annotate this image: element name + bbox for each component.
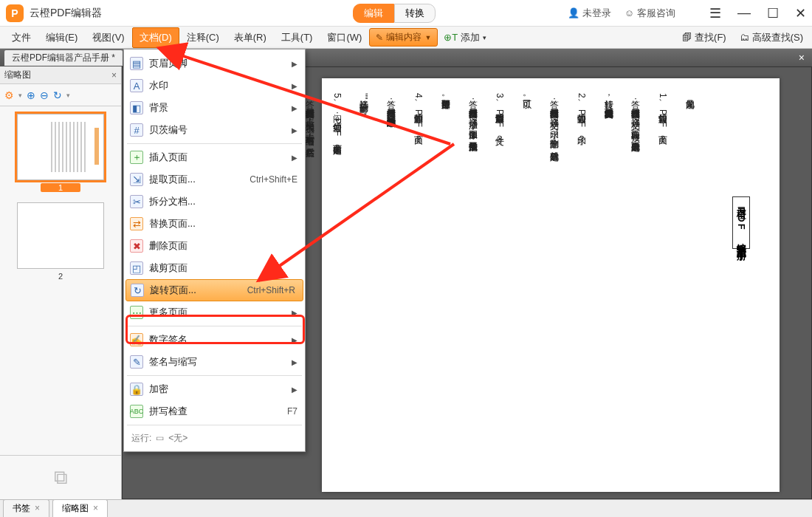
close-tab-icon[interactable]: ×	[799, 52, 808, 64]
menu-file[interactable]: 文件	[4, 27, 38, 48]
menu-window[interactable]: 窗口(W)	[320, 27, 369, 48]
menu-rotate-page[interactable]: ↻旋转页面...Ctrl+Shift+R	[125, 279, 303, 301]
menu-bates[interactable]: #贝茨编号▶	[124, 119, 305, 141]
chevron-down-icon: ▾	[483, 34, 486, 41]
chevron-right-icon: ▶	[292, 336, 297, 344]
zoom-in-icon[interactable]: ⊕	[27, 89, 35, 101]
run-value: <无>	[168, 432, 187, 445]
more-pages-icon: ⋯	[130, 306, 143, 319]
menu-extract-page[interactable]: ⇲提取页面...Ctrl+Shift+E	[124, 168, 305, 191]
find-button[interactable]: 🗐查找(F)	[678, 29, 731, 47]
page-text-line: 行旋转，对文档保存后就会保留文档页面旋转的结果。	[600, 93, 617, 477]
menu-tools[interactable]: 工具(T)	[274, 27, 320, 48]
copy-icon[interactable]: ⧉	[54, 466, 68, 489]
find-label: 查找(F)	[695, 31, 726, 44]
rotate-icon[interactable]: ↻	[53, 89, 62, 101]
chevron-right-icon: ▶	[292, 60, 297, 68]
bottom-tab-bookmarks[interactable]: 书签×	[3, 499, 49, 517]
find-icon: 🗐	[682, 32, 692, 43]
support-link[interactable]: ☺客服咨询	[625, 7, 675, 20]
bates-icon: #	[130, 123, 143, 137]
mode-tab-edit[interactable]: 编辑	[353, 4, 394, 23]
chevron-right-icon: ▶	[292, 309, 297, 317]
replace-page-icon: ⇄	[130, 217, 143, 230]
thumbnail-title: 缩略图	[4, 69, 31, 81]
menu-split-doc[interactable]: ✂拆分文档...	[124, 191, 305, 213]
edit-content-button[interactable]: ✎ 编辑内容 ▼	[369, 28, 438, 47]
bottom-tab-thumbs[interactable]: 缩略图×	[52, 499, 108, 517]
shortcut: F7	[287, 406, 297, 417]
menu-form[interactable]: 表单(R)	[227, 27, 274, 48]
thumbnail-page-2[interactable]: 2	[16, 202, 105, 281]
document-menu-dropdown: ▤页眉页脚▶ A水印▶ ◧背景▶ #贝茨编号▶ ＋插入页面▶ ⇲提取页面...C…	[123, 49, 306, 452]
title-right: 👤未登录 ☺客服咨询 ☰ — ☐ ✕	[568, 5, 806, 21]
minimize-button[interactable]: —	[737, 5, 751, 21]
support-label: 客服咨询	[637, 7, 675, 20]
menu-document[interactable]: 文档(D)	[132, 27, 179, 48]
menu-crop-page[interactable]: ◰裁剪页面	[124, 257, 305, 279]
rotate-page-icon: ↻	[131, 284, 144, 297]
page-text-line: 2、如何去除 PDF 水印？	[573, 93, 590, 477]
mode-tab-convert[interactable]: 转换	[394, 4, 436, 23]
page-body: 常见问题1、如何旋转 PDF 页面？答：用编辑器打开该文档，选择"文档"-"旋转…	[344, 93, 698, 477]
menu-annot[interactable]: 注释(C)	[179, 27, 227, 48]
smile-icon: ☺	[625, 7, 634, 18]
menu-sign-abbrev[interactable]: ✎签名与缩写▶	[124, 351, 305, 373]
spellcheck-icon: ABC	[130, 405, 143, 418]
page-text-line: 1、如何旋转 PDF 页面？	[654, 93, 671, 477]
close-icon[interactable]: ×	[93, 503, 98, 513]
user-icon: 👤	[568, 7, 579, 18]
login-link[interactable]: 👤未登录	[568, 7, 611, 20]
sign-abbrev-icon: ✎	[130, 355, 143, 369]
menu-watermark[interactable]: A水印▶	[124, 75, 305, 97]
zoom-out-icon[interactable]: ⊖	[40, 89, 49, 101]
thumbnail-close-icon[interactable]: ×	[111, 70, 117, 81]
app-logo: P	[6, 4, 24, 22]
menu-spellcheck[interactable]: ABC拼写检查F7	[124, 400, 305, 422]
menu-encrypt[interactable]: 🔒加密▶	[124, 378, 305, 400]
menu-header-footer[interactable]: ▤页眉页脚▶	[124, 52, 305, 75]
thumbnail-panel: 缩略图 × ⚙▾ ⊕ ⊖ ↻▾ 1 2 ⧉	[0, 66, 122, 499]
delete-page-icon: ✖	[130, 239, 143, 253]
thumbnail-list: 1 2	[0, 106, 121, 455]
crop-icon: ◰	[130, 261, 143, 275]
window-buttons: ☰ — ☐ ✕	[709, 5, 806, 21]
pdf-page: 云橙 PDF 编辑器产品手册 常见问题1、如何旋转 PDF 页面？答：用编辑器打…	[322, 78, 780, 492]
menu-replace-page[interactable]: ⇄替换页面...	[124, 213, 305, 235]
hamburger-icon[interactable]: ☰	[709, 5, 721, 21]
chevron-right-icon: ▶	[292, 358, 297, 366]
gear-icon[interactable]: ⚙	[4, 89, 14, 101]
menu-more-pages[interactable]: ⋯更多页面▶	[124, 301, 305, 323]
shortcut: Ctrl+Shift+R	[247, 285, 295, 295]
menu-insert-page[interactable]: ＋插入页面▶	[124, 146, 305, 168]
page-text-line: 答：用编辑器打开文档后，选择"添加"-"添加图像"，然后寻找需要添加的	[464, 93, 481, 477]
mode-tabs: 编辑 转换	[353, 4, 436, 23]
lock-icon: 🔒	[130, 383, 143, 396]
close-icon[interactable]: ×	[35, 503, 40, 513]
shortcut: Ctrl+Shift+E	[250, 174, 297, 185]
chevron-right-icon: ▶	[292, 104, 297, 112]
main-area: 缩略图 × ⚙▾ ⊕ ⊖ ↻▾ 1 2 ⧉ 云橙 PDF 编辑器产品手册 常见问…	[0, 66, 812, 499]
menu-background[interactable]: ◧背景▶	[124, 97, 305, 119]
menu-delete-page[interactable]: ✖删除页面	[124, 235, 305, 257]
maximize-button[interactable]: ☐	[767, 5, 779, 21]
thumbnail-page-1[interactable]: 1	[16, 114, 105, 192]
menu-edit[interactable]: 编辑(E)	[38, 27, 85, 48]
chevron-down-icon: ▼	[424, 34, 431, 41]
document-tab[interactable]: 云橙PDF编辑器产品手册 *	[4, 50, 123, 66]
header-footer-icon: ▤	[130, 57, 143, 70]
page-text-line: 答：用编辑器打开文档后，选择"文档"-"水印"-"全部删除"，然后确定就	[546, 93, 562, 477]
menu-digital-sign[interactable]: ✍数字签名▶	[124, 329, 305, 351]
thumbnail-header: 缩略图 ×	[0, 66, 121, 84]
edit-content-label: 编辑内容	[386, 31, 422, 44]
menu-view[interactable]: 视图(V)	[85, 27, 131, 48]
add-button[interactable]: ⊕T 添加 ▾	[438, 29, 492, 47]
menu-bar: 文件 编辑(E) 视图(V) 文档(D) 注释(C) 表单(R) 工具(T) 窗…	[0, 27, 812, 49]
chevron-right-icon: ▶	[292, 154, 297, 162]
adv-find-button[interactable]: 🗂高级查找(S)	[735, 29, 808, 47]
close-button[interactable]: ✕	[795, 5, 806, 21]
menu-run-row[interactable]: 运行:▭<无>	[124, 428, 305, 448]
page-text-line: 3、如何添加图片到 PDF 文件？	[492, 93, 509, 477]
pencil-icon: ✎	[376, 32, 383, 43]
thumbnail-number: 2	[58, 272, 63, 281]
